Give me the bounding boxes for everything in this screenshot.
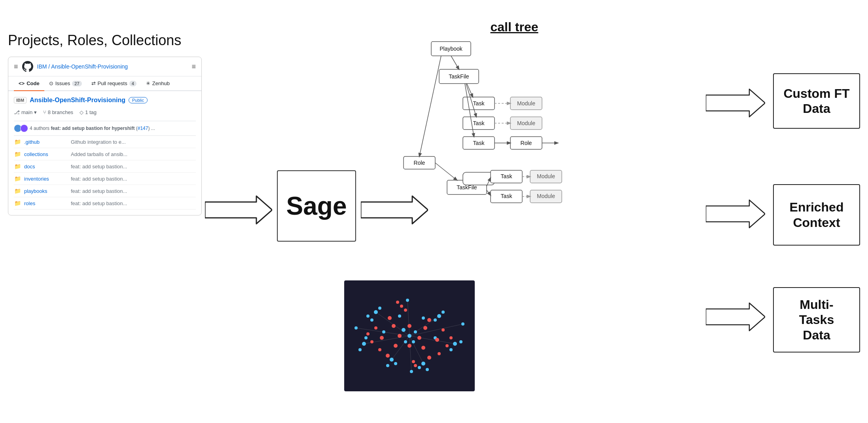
svg-point-98 xyxy=(388,316,392,320)
svg-text:Role: Role xyxy=(521,140,532,146)
svg-line-42 xyxy=(487,190,491,195)
svg-text:Task: Task xyxy=(473,100,485,107)
svg-point-76 xyxy=(421,362,425,366)
svg-point-81 xyxy=(406,299,409,302)
tags-count: 1 tag xyxy=(85,109,97,115)
gh-file-list: 📁 .github Github integration to e... 📁 c… xyxy=(14,135,196,210)
svg-point-60 xyxy=(374,310,378,314)
file-name[interactable]: inventories xyxy=(24,176,68,182)
svg-point-111 xyxy=(449,336,453,339)
svg-point-65 xyxy=(442,311,445,314)
svg-line-50 xyxy=(409,336,423,364)
gh-nav: <> Code ⊙ Issues 27 ⇄ Pull requests 4 ✳ … xyxy=(8,76,201,91)
commit-text: 4 authors feat: add setup bastion for hy… xyxy=(30,126,155,131)
enriched-context-label: EnrichedContext xyxy=(790,200,844,230)
arrow-to-enriched-context xyxy=(706,198,765,231)
menu-lines-icon[interactable]: ≡ xyxy=(191,63,196,71)
svg-line-48 xyxy=(409,336,455,344)
nav-code[interactable]: <> Code xyxy=(14,76,44,91)
file-desc: feat: add setup bastion... xyxy=(71,200,127,206)
hamburger-icon[interactable]: ≡ xyxy=(14,63,18,71)
svg-point-80 xyxy=(461,322,464,326)
svg-point-100 xyxy=(386,354,390,358)
svg-point-95 xyxy=(421,346,425,350)
svg-line-40 xyxy=(435,163,457,180)
issues-icon: ⊙ xyxy=(49,80,53,86)
fork-icon: ⑂ xyxy=(43,109,46,115)
file-name[interactable]: .github xyxy=(24,139,68,145)
svg-point-71 xyxy=(459,340,462,343)
sage-label: Sage xyxy=(286,191,347,221)
branch-icon: ⎇ xyxy=(14,109,20,115)
nav-issues[interactable]: ⊙ Issues 27 xyxy=(44,76,87,90)
folder-icon: 📁 xyxy=(14,175,21,182)
nav-zenhub[interactable]: ✳ Zenhub xyxy=(141,76,174,90)
arrow-to-multi-tasks xyxy=(706,301,765,334)
svg-point-90 xyxy=(407,324,411,328)
tags-link[interactable]: ◇ 1 tag xyxy=(80,109,97,115)
custom-ft-label: Custom FTData xyxy=(783,86,849,116)
svg-point-62 xyxy=(378,307,381,310)
svg-point-114 xyxy=(438,352,441,355)
avatar-2 xyxy=(20,124,28,132)
branch-name: main ▾ xyxy=(21,109,37,115)
folder-icon: 📁 xyxy=(14,188,21,194)
repo-name-row: IBM Ansible-OpenShift-Provisioning Publi… xyxy=(14,97,196,104)
svg-point-58 xyxy=(404,340,407,343)
svg-line-32 xyxy=(419,56,441,156)
left-section: Projects, Roles, Collections ≡ IBM / Ans… xyxy=(8,32,202,215)
sage-box: Sage xyxy=(277,170,356,242)
svg-text:Task: Task xyxy=(501,193,513,199)
file-name[interactable]: collections xyxy=(24,151,68,157)
svg-marker-0 xyxy=(205,196,272,224)
author-avatars xyxy=(14,124,27,132)
branch-selector[interactable]: ⎇ main ▾ xyxy=(14,109,37,115)
branches-count: 8 branches xyxy=(48,109,73,115)
svg-point-82 xyxy=(410,370,413,373)
svg-point-55 xyxy=(407,334,411,338)
svg-point-94 xyxy=(394,344,398,348)
svg-point-57 xyxy=(414,330,417,333)
svg-point-77 xyxy=(426,368,429,371)
file-row: 📁 roles feat: add setup bastion... xyxy=(14,197,196,210)
svg-point-85 xyxy=(398,314,401,318)
svg-point-91 xyxy=(407,344,411,348)
svg-point-109 xyxy=(414,364,417,367)
svg-text:Module: Module xyxy=(537,173,555,179)
svg-point-89 xyxy=(417,336,421,340)
file-name[interactable]: docs xyxy=(24,164,68,170)
arrow-left-to-sage xyxy=(205,194,272,227)
svg-point-75 xyxy=(394,362,397,365)
branches-link[interactable]: ⑂ 8 branches xyxy=(43,109,73,115)
call-tree-diagram: Playbook TaskFile Task Task Task Module … xyxy=(356,38,574,208)
svg-point-99 xyxy=(427,318,431,322)
svg-point-107 xyxy=(445,344,449,347)
github-logo-icon xyxy=(22,61,33,72)
section-title: Projects, Roles, Collections xyxy=(8,32,202,49)
svg-point-59 xyxy=(412,340,415,343)
svg-point-93 xyxy=(423,326,427,330)
file-row: 📁 inventories feat: add setup bastion... xyxy=(14,173,196,185)
svg-point-56 xyxy=(402,328,406,332)
nav-pullrequests[interactable]: ⇄ Pull requests 4 xyxy=(87,76,141,90)
svg-point-105 xyxy=(412,360,415,363)
output-multi-tasks: Multi-TasksData xyxy=(773,287,860,352)
svg-text:TaskFile: TaskFile xyxy=(449,73,469,80)
svg-point-88 xyxy=(398,334,402,338)
file-desc: feat: add setup bastion... xyxy=(71,188,127,194)
pr-badge: 4 xyxy=(129,81,136,86)
repo-path[interactable]: IBM / Ansible-OpenShift-Provisioning xyxy=(37,63,188,70)
svg-point-101 xyxy=(427,356,431,360)
file-desc: feat: add setup bastion... xyxy=(71,164,127,170)
file-name[interactable]: playbooks xyxy=(24,188,68,194)
svg-text:Task: Task xyxy=(473,140,485,146)
svg-point-96 xyxy=(380,336,384,340)
pr-icon: ⇄ xyxy=(91,80,96,86)
svg-point-110 xyxy=(366,332,370,335)
file-row: 📁 collections Added tarballs of ansib... xyxy=(14,148,196,160)
file-desc: Added tarballs of ansib... xyxy=(71,151,127,157)
svg-line-54 xyxy=(409,336,411,372)
call-tree-title-text: call tree xyxy=(491,20,538,34)
repo-name[interactable]: Ansible-OpenShift-Provisioning xyxy=(30,97,125,104)
file-name[interactable]: roles xyxy=(24,200,68,206)
